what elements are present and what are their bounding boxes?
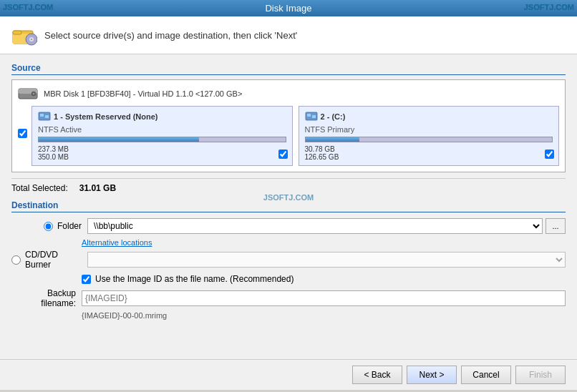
disk-row: MBR Disk 1 [BFD3BF40] - Virtual HD 1.1.0… [18,86,559,102]
backup-filename-input[interactable] [82,290,566,306]
partition-1-checkbox-container [278,150,288,161]
partition-2-progress-bg [305,137,553,142]
total-value: 31.01 GB [79,183,116,193]
partition-1-sizes: 237.3 MB 350.0 MB [38,145,286,161]
folder-dropdown[interactable]: \\bb\public [87,218,543,234]
header-instruction: Select source drive(s) and image destina… [44,30,297,41]
disk-name: MBR Disk 1 [BFD3BF40] - Virtual HD 1.1.0… [44,89,242,98]
watermark-bottom-left: JSOFTJ.COM [3,3,53,389]
svg-rect-14 [307,114,311,117]
partition-1-checkbox[interactable] [278,150,288,159]
watermark-center: JSOFTJ.COM [263,193,314,202]
cdvd-dropdown[interactable] [87,252,566,268]
partition-card-1: 1 - System Reserved (None) NTFS Active 2… [31,106,293,166]
partition-1-type: NTFS Active [38,125,286,134]
filename-preview: {IMAGEID}-00-00.mrimg [82,311,566,320]
dialog: Select source drive(s) and image destina… [0,16,577,390]
title-label: Disk Image [265,3,311,14]
use-imageid-row: Use the Image ID as the file name. (Reco… [82,274,566,284]
partition-1-progress-fill [39,137,199,142]
footer: < Back Next > Cancel Finish [0,359,577,390]
partition-1-name: 1 - System Reserved (None) [54,112,158,121]
title-bar: Disk Image [0,0,577,16]
partition-2-sizes: 30.78 GB 126.65 GB [305,145,553,161]
content-area: Source MBR Disk 1 [BFD3BF40] - Virtual H… [0,54,577,359]
folder-input-row: \\bb\public ... [87,218,566,234]
partition-2-header: 2 - (C:) [305,111,553,122]
folder-row: Folder \\bb\public ... [11,218,566,234]
filename-row: Backup filename: [11,288,566,308]
use-imageid-label: Use the Image ID as the file name. (Reco… [95,274,294,284]
partitions-container: 1 - System Reserved (None) NTFS Active 2… [31,106,559,166]
svg-rect-15 [312,115,316,118]
partition-card-2: 2 - (C:) NTFS Primary 30.78 GB 126.65 GB [299,106,560,166]
partition-2-type: NTFS Primary [305,125,553,134]
back-button[interactable]: < Back [352,366,402,384]
cdvd-row: CD/DVD Burner [11,250,566,270]
partition-2-progress-fill [306,137,360,142]
destination-section: Destination Folder \\bb\public ... Alter… [11,200,566,320]
source-section-label: Source [11,63,566,75]
partition-2-icon [305,111,318,122]
partitions-row: 1 - System Reserved (None) NTFS Active 2… [18,106,559,166]
partition-2-name: 2 - (C:) [321,112,346,121]
cdvd-input-row [87,252,566,268]
partition-1-header: 1 - System Reserved (None) [38,111,286,122]
watermark-bottom-right: JSOFTJ.COM [524,3,574,389]
alt-locations-link[interactable]: Alternative locations [82,238,566,247]
next-button[interactable]: Next > [407,366,457,384]
header-bar: Select source drive(s) and image destina… [0,16,577,54]
partition-1-progress-bg [38,137,286,142]
source-box: MBR Disk 1 [BFD3BF40] - Virtual HD 1.1.0… [11,79,566,172]
use-imageid-checkbox[interactable] [82,275,91,284]
folder-label: Folder [57,221,82,231]
cancel-button[interactable]: Cancel [461,366,511,384]
destination-section-label: Destination [11,200,566,212]
